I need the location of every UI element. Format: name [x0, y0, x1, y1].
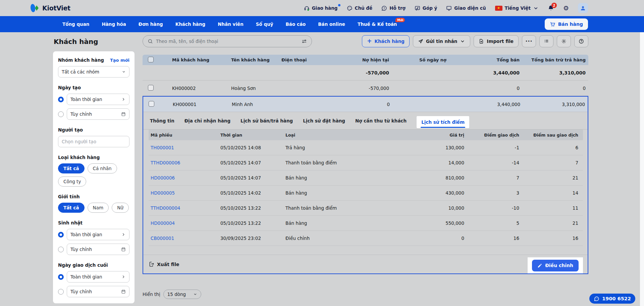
row-checkbox[interactable]	[149, 101, 154, 107]
type-company-pill[interactable]: Công ty	[58, 176, 86, 187]
last-txn-all-time-option[interactable]: Toàn thời gian	[67, 271, 129, 283]
nav-so-quy[interactable]: Sổ quỹ	[256, 21, 273, 27]
last-txn-all-time-radio[interactable]	[58, 274, 64, 280]
birthday-custom-radio[interactable]	[58, 247, 64, 252]
filter-sliders-icon[interactable]	[302, 39, 307, 44]
support-label: Hỗ trợ	[389, 5, 406, 11]
more-options-button[interactable]: ···	[522, 35, 536, 47]
tab-lich-su-dat-hang[interactable]: Lịch sử đặt hàng	[303, 118, 345, 123]
support-menu-item[interactable]: Hỗ trợ	[381, 5, 406, 11]
import-file-button[interactable]: Import file	[474, 35, 519, 47]
sell-button-label: Bán hàng	[558, 21, 583, 27]
send-message-label: Gửi tin nhắn	[426, 39, 457, 44]
add-customer-label: Khách hàng	[375, 39, 405, 44]
column-settings-button[interactable]	[539, 35, 553, 47]
document-link[interactable]: HD000006	[149, 175, 218, 181]
cell-debt: 0	[324, 102, 390, 107]
sell-button[interactable]: Bán hàng	[545, 18, 588, 30]
theme-menu-item[interactable]: Chủ đề	[347, 5, 373, 11]
export-file-icon	[149, 261, 154, 267]
ellipsis-icon: ···	[525, 38, 532, 44]
creator-input[interactable]	[58, 136, 129, 147]
created-all-time-option[interactable]: Toàn thời gian	[67, 94, 129, 105]
document-link[interactable]: TTHD000004	[149, 205, 218, 211]
gender-male-pill[interactable]: Nam	[88, 203, 109, 213]
chevron-down-icon	[122, 70, 126, 74]
old-ui-label: Giao diện cũ	[454, 5, 486, 11]
new-badge: Mới	[395, 18, 405, 22]
points-header-time: Thời gian	[218, 133, 283, 138]
birthday-custom-option[interactable]: Tùy chỉnh	[67, 244, 129, 255]
last-txn-custom-option[interactable]: Tùy chỉnh	[67, 286, 129, 297]
export-file-button[interactable]: Xuất file	[149, 261, 179, 267]
brand-name: KiotViet	[42, 4, 70, 12]
gender-female-pill[interactable]: Nữ	[112, 203, 129, 213]
last-txn-all-time-label: Toàn thời gian	[70, 274, 102, 279]
customer-row-kh000002[interactable]: KH000002 Hoàng Sơn -570,000 0 0	[143, 81, 588, 96]
type-all-pill[interactable]: Tất cả	[58, 163, 85, 173]
help-button[interactable]	[574, 35, 588, 47]
birthday-custom-label: Tùy chỉnh	[70, 247, 92, 252]
filter-creator-section: Người tạo	[58, 127, 129, 147]
table-settings-button[interactable]	[557, 35, 571, 47]
tab-lich-su-tich-diem[interactable]: Lịch sử tích điểm	[421, 119, 465, 128]
feedback-menu-item[interactable]: Góp ý	[415, 5, 437, 11]
tab-lich-su-ban-tra-hang[interactable]: Lịch sử bán/trả hàng	[240, 118, 293, 123]
brand-logo[interactable]: KiotViet	[30, 3, 70, 13]
group-select[interactable]: Tất cả các nhóm	[58, 66, 129, 78]
detail-tabs: Thông tin Địa chỉ nhận hàng Lịch sử bán/…	[143, 112, 588, 130]
send-message-button[interactable]: Gửi tin nhắn	[413, 35, 470, 47]
hotline-chat-button[interactable]: 1900 6522	[589, 294, 635, 304]
old-ui-menu-item[interactable]: Giao diện cũ	[446, 5, 486, 11]
header-phone: Điện thoại	[273, 57, 324, 62]
cart-icon	[550, 21, 555, 27]
row-checkbox[interactable]	[148, 85, 154, 91]
document-link[interactable]: HD000004	[149, 220, 218, 226]
select-all-checkbox[interactable]	[148, 57, 154, 62]
language-selector[interactable]: ★ Tiếng Việt	[495, 5, 539, 11]
gender-all-pill[interactable]: Tất cả	[58, 203, 85, 213]
notifications-button[interactable]: 2	[548, 5, 554, 11]
tab-thong-tin[interactable]: Thông tin	[150, 118, 174, 123]
search-input[interactable]	[156, 39, 299, 44]
nav-ban-online[interactable]: Bán online	[318, 21, 345, 27]
nav-khach-hang[interactable]: Khách hàng	[175, 21, 206, 27]
cell-type: Thanh toán bằng điểm	[283, 205, 410, 211]
nav-thue-ke-toan[interactable]: Thuế & Kế toán Mới	[358, 21, 397, 27]
points-header-type: Loại	[283, 133, 410, 138]
document-link[interactable]: TH000001	[149, 145, 218, 150]
nav-don-hang[interactable]: Đơn hàng	[139, 21, 163, 27]
create-group-link[interactable]: Tạo mới	[110, 58, 129, 63]
user-avatar[interactable]	[578, 3, 588, 13]
created-all-time-radio[interactable]	[58, 97, 64, 102]
settings-button[interactable]: ⚙	[563, 5, 569, 11]
group-label: Nhóm khách hàng	[58, 57, 104, 63]
nav-nhan-vien[interactable]: Nhân viên	[218, 21, 244, 27]
add-customer-button[interactable]: + Khách hàng	[362, 35, 410, 47]
adjust-points-label: Điều chỉnh	[545, 263, 573, 268]
created-custom-radio[interactable]	[58, 111, 64, 117]
delivery-menu-item[interactable]: Giao hàng	[304, 5, 338, 11]
rows-per-page-select[interactable]: 15 dòng	[163, 290, 201, 299]
calendar-icon	[121, 247, 126, 252]
adjust-points-button[interactable]: Điều chỉnh	[532, 260, 579, 271]
cell-debt: -570,000	[324, 86, 389, 91]
summary-net: 3,310,000	[520, 70, 588, 75]
tab-dia-chi-nhan-hang[interactable]: Địa chỉ nhận hàng	[184, 118, 230, 123]
birthday-all-time-option[interactable]: Toàn thời gian	[67, 229, 129, 240]
created-custom-option[interactable]: Tùy chỉnh	[67, 108, 129, 120]
nav-tong-quan[interactable]: Tổng quan	[62, 21, 89, 27]
cell-time: 05/10/2025 14:07	[218, 160, 283, 165]
nav-bao-cao[interactable]: Báo cáo	[286, 21, 306, 27]
birthday-all-time-radio[interactable]	[58, 232, 64, 238]
document-link[interactable]: CB000001	[149, 236, 218, 241]
type-personal-pill[interactable]: Cá nhân	[88, 163, 117, 173]
tab-no-can-thu-tu-khach[interactable]: Nợ cần thu từ khách	[355, 118, 407, 123]
nav-hang-hoa[interactable]: Hàng hóa	[102, 21, 126, 27]
customer-row-kh000001[interactable]: KH000001 Minh Anh 0 3,440,000 3,310,000	[143, 97, 588, 112]
last-txn-custom-radio[interactable]	[58, 289, 64, 295]
scrollbar[interactable]	[640, 32, 644, 306]
cell-total: 0	[446, 86, 520, 91]
document-link[interactable]: HD000005	[149, 190, 218, 196]
document-link[interactable]: TTHD000006	[149, 160, 218, 165]
